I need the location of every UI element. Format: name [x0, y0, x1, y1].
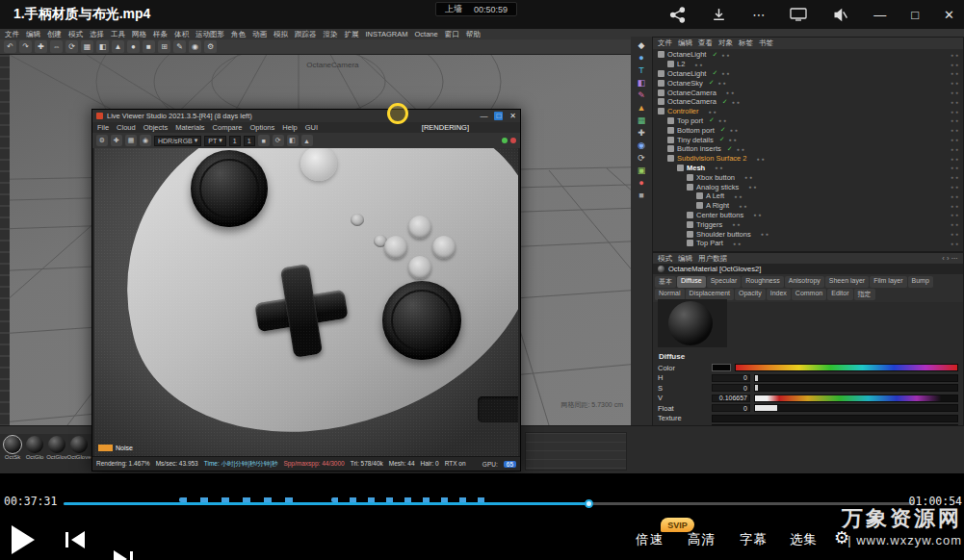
c4d-menu-item[interactable]: 样条 — [153, 30, 168, 39]
material-tab[interactable]: Index — [767, 289, 791, 300]
layer-dots-icon[interactable]: ●● — [951, 109, 960, 115]
layer-dots-icon[interactable]: ●● — [951, 117, 960, 123]
side-tool-icon[interactable]: ● — [638, 179, 643, 188]
visibility-dots-icon[interactable]: ●● — [694, 62, 704, 67]
visibility-dots-icon[interactable]: ●● — [739, 203, 748, 209]
material-tab[interactable]: Opacity — [735, 289, 766, 300]
enabled-check-icon[interactable]: ✓ — [720, 126, 726, 134]
c4d-toolbar-icon[interactable]: ↷ — [19, 40, 32, 53]
object-row[interactable]: Xbox button ●● ●● — [653, 172, 963, 182]
side-tool-icon[interactable]: ✎ — [638, 91, 645, 100]
download-icon[interactable] — [711, 7, 727, 23]
layer-dots-icon[interactable]: ●● — [951, 137, 960, 142]
layer-dots-icon[interactable]: ●● — [951, 203, 960, 209]
object-row[interactable]: Tiny details ✓ ●● ●● — [653, 135, 963, 144]
layer-dots-icon[interactable]: ●● — [951, 70, 960, 76]
next-episode-button[interactable] — [108, 549, 133, 560]
c4d-toolbar-icon[interactable]: ⊞ — [158, 40, 170, 53]
settings-gear-icon[interactable]: ⚙ — [834, 529, 849, 547]
layer-dots-icon[interactable]: ●● — [951, 156, 960, 162]
visibility-dots-icon[interactable]: ●● — [718, 117, 728, 123]
layer-dots-icon[interactable]: ●● — [951, 89, 960, 95]
c4d-menu-item[interactable]: 扩展 — [345, 30, 359, 39]
c4d-toolbar-icon[interactable]: ◉ — [189, 40, 201, 53]
c4d-toolbar-icon[interactable]: ✚ — [35, 40, 47, 53]
render-view[interactable]: Noise — [94, 148, 518, 456]
lv-tool-icon[interactable]: ▦ — [125, 135, 137, 146]
lv-menu-file[interactable]: File — [97, 123, 109, 132]
lv-minimize-button[interactable]: — — [480, 112, 487, 120]
attribute-menu-edit[interactable]: 编辑 — [678, 254, 692, 264]
object-row[interactable]: A Right ●● ●● — [653, 201, 963, 211]
enabled-check-icon[interactable]: ✓ — [712, 51, 717, 59]
layer-dots-icon[interactable]: ●● — [951, 174, 960, 180]
c4d-menu-item[interactable]: 模式 — [68, 30, 83, 39]
lv-tool-icon[interactable]: ◧ — [287, 135, 299, 146]
c4d-menu-item[interactable]: 模拟 — [274, 30, 288, 39]
material-tab[interactable]: Bump — [908, 276, 933, 288]
object-row[interactable]: Bottom port ✓ ●● ●● — [653, 125, 963, 135]
c4d-toolbar-icon[interactable]: ⚙ — [204, 40, 217, 53]
visibility-dots-icon[interactable]: ●● — [709, 109, 718, 115]
side-tool-icon[interactable]: ✚ — [638, 129, 645, 138]
visibility-dots-icon[interactable]: ●● — [715, 165, 724, 170]
layer-dots-icon[interactable]: ●● — [951, 231, 960, 237]
side-tool-icon[interactable]: ■ — [638, 191, 643, 200]
object-row[interactable]: OctaneCamera ✓ ●● ●● — [653, 97, 963, 107]
c4d-menu-item[interactable]: 运动图形 — [195, 30, 224, 39]
layer-dots-icon[interactable]: ●● — [951, 184, 960, 190]
lv-tool-icon[interactable]: ⚙ — [96, 135, 108, 146]
visibility-dots-icon[interactable]: ●● — [730, 127, 740, 133]
material-tab[interactable]: Common — [792, 289, 826, 300]
color-swatch[interactable] — [712, 364, 731, 371]
lv-maximize-button[interactable]: □ — [494, 112, 503, 120]
object-row[interactable]: Center buttons ●● ●● — [653, 211, 963, 220]
material-tab[interactable]: Film layer — [870, 276, 906, 288]
side-tool-icon[interactable]: ● — [638, 54, 643, 63]
float-value-field[interactable]: 0 — [712, 404, 750, 412]
c4d-menu-item[interactable]: 角色 — [231, 30, 246, 39]
float-slider[interactable] — [754, 404, 958, 412]
lv-tool-icon[interactable]: ⟳ — [273, 135, 284, 146]
c4d-toolbar-icon[interactable]: ✎ — [173, 40, 186, 53]
side-tool-icon[interactable]: ▦ — [638, 116, 646, 125]
c4d-toolbar-icon[interactable]: ● — [127, 40, 140, 53]
c4d-toolbar-icon[interactable]: ■ — [143, 40, 155, 53]
h-slider[interactable] — [754, 374, 958, 382]
s-value-field[interactable]: 0 — [712, 384, 750, 392]
hue-gradient-bar[interactable] — [735, 364, 958, 371]
c4d-menu-item[interactable]: 渲染 — [324, 30, 338, 39]
lv-tool-icon[interactable]: ✚ — [111, 135, 122, 146]
episodes-button[interactable]: 选集 — [790, 531, 818, 548]
layer-dots-icon[interactable]: ●● — [951, 52, 960, 58]
enabled-check-icon[interactable]: ✓ — [712, 69, 717, 77]
object-row[interactable]: Controller ●● ●● — [653, 107, 963, 116]
enabled-check-icon[interactable]: ✓ — [709, 79, 715, 87]
object-row[interactable]: OctaneLight ✓ ●● ●● — [653, 50, 963, 60]
layer-dots-icon[interactable]: ●● — [951, 80, 960, 86]
minimize-button[interactable]: — — [873, 9, 886, 21]
material-tab[interactable]: Anisotropy — [785, 276, 824, 288]
side-tool-icon[interactable]: T — [638, 66, 644, 75]
side-tool-icon[interactable]: ◉ — [638, 141, 645, 150]
subtitle-button[interactable]: 字幕 — [740, 531, 768, 548]
c4d-menu-item[interactable]: 创建 — [47, 30, 62, 39]
enabled-check-icon[interactable]: ✓ — [722, 98, 728, 106]
lv-tool-icon[interactable]: ▲ — [301, 135, 313, 146]
object-manager-menu-item[interactable]: 编辑 — [678, 38, 692, 48]
material-tab[interactable]: 基本 — [655, 276, 676, 288]
colorspace-select[interactable]: HDR/sRGB▾ — [154, 136, 201, 146]
c4d-toolbar-icon[interactable]: ▲ — [112, 40, 124, 53]
object-row[interactable]: Analog sticks ●● ●● — [653, 182, 963, 191]
visibility-dots-icon[interactable]: ●● — [732, 221, 742, 227]
object-manager-menu-item[interactable]: 书签 — [759, 38, 773, 48]
lv-menu-options[interactable]: Options — [249, 123, 274, 132]
progress-bar[interactable] — [64, 502, 915, 505]
more-icon[interactable]: ⋯ — [752, 9, 765, 21]
layer-dots-icon[interactable]: ●● — [951, 62, 960, 67]
spin-field-2[interactable]: 1 — [244, 136, 255, 146]
material-manager-menubar[interactable] — [0, 426, 91, 434]
object-row[interactable]: OctaneSky ✓ ●● ●● — [653, 78, 963, 88]
visibility-dots-icon[interactable]: ●● — [748, 184, 758, 190]
layer-dots-icon[interactable]: ●● — [951, 99, 960, 105]
